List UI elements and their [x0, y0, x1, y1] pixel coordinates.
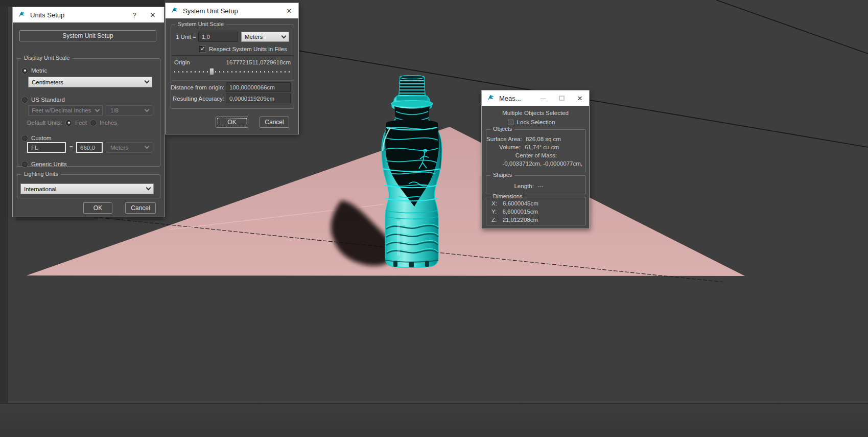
- lock-selection-checkbox[interactable]: [508, 120, 513, 125]
- close-icon[interactable]: ✕: [573, 90, 587, 106]
- custom-unit-dropdown: Meters: [107, 142, 152, 153]
- maximize-icon: [554, 90, 569, 106]
- objects-group: Objects Surface Area: 826,08 sq cm Volum…: [486, 129, 586, 172]
- dialog-title: Units Setup: [30, 11, 64, 19]
- unit-value-field[interactable]: 1,0: [198, 32, 238, 42]
- surface-area-row: Surface Area: 826,08 sq cm: [486, 135, 585, 143]
- inches-radio[interactable]: [90, 120, 96, 126]
- group-label: Dimensions: [490, 193, 525, 199]
- cancel-button[interactable]: Cancel: [260, 117, 289, 128]
- ok-button[interactable]: OK: [83, 202, 112, 214]
- system-unit-setup-titlebar[interactable]: System Unit Setup ✕: [166, 3, 298, 18]
- chevron-down-icon: [146, 186, 151, 191]
- dimension-x-row: X: 6,6000045cm: [491, 199, 585, 208]
- dimension-y-row: Y: 6,6000015cm: [491, 208, 585, 216]
- distance-from-origin-label: Distance from origin:: [171, 84, 224, 90]
- respect-system-units-checkbox[interactable]: [199, 46, 205, 52]
- generic-units-label: Generic Units: [31, 161, 67, 167]
- chevron-down-icon: [145, 107, 150, 112]
- feet-radio[interactable]: [66, 120, 72, 126]
- inches-label: Inches: [100, 120, 117, 126]
- dialog-title: System Unit Setup: [183, 7, 238, 15]
- resulting-accuracy-field: 0,0000119209cm: [226, 94, 291, 103]
- us-standard-radio[interactable]: [22, 97, 28, 103]
- default-units-label: Default Units:: [27, 120, 62, 126]
- units-setup-titlebar[interactable]: Units Setup ? ✕: [13, 7, 164, 22]
- 3dsmax-logo-icon: [486, 94, 495, 102]
- center-of-mass-label-row: Center of Mass:: [486, 151, 585, 159]
- metric-unit-dropdown[interactable]: Centimeters: [28, 77, 152, 87]
- lock-selection-label: Lock Selection: [517, 119, 555, 125]
- us-fraction-dropdown: 1/8: [107, 105, 152, 116]
- dimensions-group: Dimensions X: 6,6000045cm Y: 6,6000015cm…: [486, 197, 586, 225]
- ok-button[interactable]: OK: [216, 117, 248, 128]
- shapes-group: Shapes Length: ---: [486, 175, 586, 194]
- origin-value: 1677721511,0729618cm: [196, 59, 291, 65]
- 3dsmax-logo-icon: [170, 7, 179, 15]
- window-left-edge: [0, 0, 8, 403]
- 3dsmax-logo-icon: [17, 11, 26, 19]
- group-label: Objects: [490, 126, 514, 132]
- separator: [172, 80, 293, 81]
- custom-value-field[interactable]: 660,0: [76, 142, 103, 153]
- metric-radio[interactable]: [22, 68, 28, 74]
- dialog-title: Meas...: [499, 95, 521, 102]
- metric-label: Metric: [31, 67, 47, 74]
- center-of-mass-value-row: -0,0033712cm, -0,0000077cm,: [486, 159, 585, 168]
- us-standard-dropdown: Feet w/Decimal Inches: [28, 105, 103, 116]
- respect-system-units-label: Respect System Units in Files: [209, 46, 287, 52]
- cancel-button[interactable]: Cancel: [125, 202, 156, 214]
- system-unit-dropdown[interactable]: Meters: [241, 32, 289, 42]
- trackbar-area: [0, 403, 868, 437]
- us-standard-label: US Standard: [31, 97, 65, 103]
- help-icon[interactable]: ?: [127, 7, 142, 22]
- group-label: System Unit Scale: [175, 21, 226, 27]
- one-unit-label: 1 Unit =: [176, 34, 196, 40]
- chevron-down-icon: [145, 79, 150, 84]
- group-label: Shapes: [490, 172, 514, 178]
- measure-dialog: Meas... — ✕ Multiple Objects Selected Lo…: [481, 90, 590, 229]
- origin-slider-thumb[interactable]: [209, 68, 214, 75]
- units-setup-dialog: Units Setup ? ✕ System Unit Setup Displa…: [12, 7, 165, 217]
- chevron-down-icon: [281, 33, 287, 38]
- feet-label: Feet: [75, 120, 87, 126]
- distance-from-origin-field[interactable]: 100,00000066cm: [226, 82, 291, 92]
- length-row: Length: ---: [486, 176, 585, 190]
- 3dsmax-viewport: Units Setup ? ✕ System Unit Setup Displa…: [0, 0, 868, 437]
- generic-units-radio[interactable]: [22, 162, 28, 167]
- resulting-accuracy-label: Resulting Accuracy:: [171, 96, 224, 102]
- close-icon[interactable]: ✕: [146, 7, 160, 22]
- group-label: Display Unit Scale: [21, 55, 72, 61]
- custom-radio[interactable]: [22, 135, 28, 141]
- group-label: Lighting Units: [21, 171, 61, 177]
- separator: [172, 55, 293, 56]
- lighting-units-dropdown[interactable]: International: [20, 183, 154, 194]
- chevron-down-icon: [95, 107, 100, 112]
- chevron-down-icon: [145, 144, 150, 149]
- system-unit-setup-button[interactable]: System Unit Setup: [19, 30, 156, 41]
- window-top-edge: [0, 0, 165, 7]
- selection-status: Multiple Objects Selected: [482, 109, 589, 117]
- close-icon[interactable]: ✕: [282, 3, 296, 18]
- custom-name-field[interactable]: FL: [27, 142, 66, 153]
- volume-row: Volume: 61,74* cu cm: [486, 143, 585, 151]
- origin-slider-track[interactable]: [174, 71, 291, 73]
- minimize-icon[interactable]: —: [536, 90, 550, 106]
- bottle-object[interactable]: [382, 76, 442, 268]
- grid-axis-line: [716, 0, 868, 54]
- custom-label: Custom: [31, 135, 52, 141]
- system-unit-setup-dialog: System Unit Setup ✕ System Unit Scale 1 …: [165, 3, 299, 134]
- equals-sign: =: [69, 144, 73, 150]
- origin-label: Origin: [174, 59, 190, 65]
- measure-titlebar[interactable]: Meas... — ✕: [482, 90, 589, 106]
- dimension-z-row: Z: 21,012208cm: [491, 216, 585, 224]
